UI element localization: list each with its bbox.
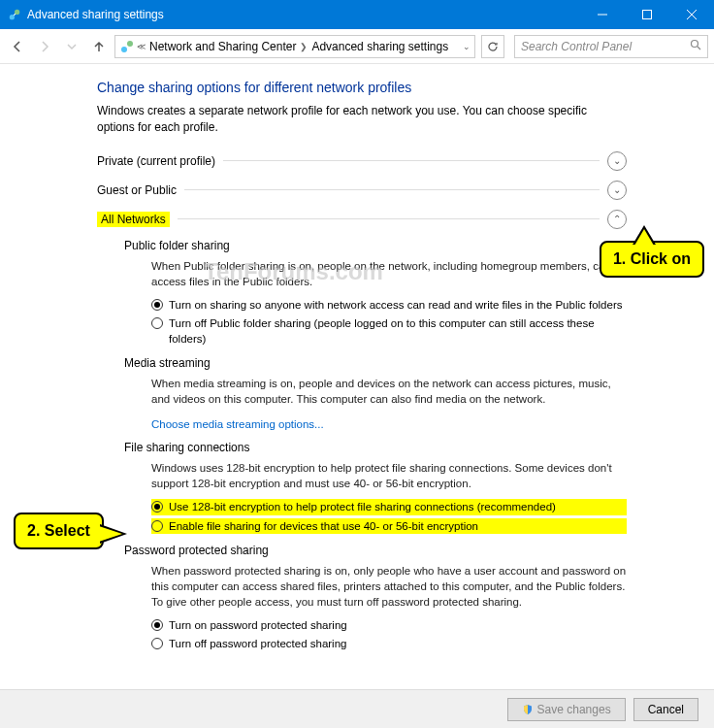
radio-icon — [151, 638, 163, 649]
up-button[interactable] — [87, 35, 111, 58]
footer: Save changes Cancel — [0, 689, 714, 728]
radio-password-on[interactable]: Turn on password protected sharing — [151, 617, 627, 633]
media-options-link[interactable]: Choose media streaming options... — [151, 418, 324, 430]
subsection-public-folder: Public folder sharing When Public folder… — [124, 239, 627, 347]
breadcrumb-item[interactable]: Network and Sharing Center — [147, 40, 298, 53]
subsection-desc: When password protected sharing is on, o… — [151, 563, 627, 610]
maximize-button[interactable] — [625, 0, 669, 29]
search-placeholder: Search Control Panel — [521, 40, 632, 53]
titlebar: Advanced sharing settings — [0, 0, 714, 29]
radio-icon — [151, 619, 163, 631]
subsection-desc: When Public folder sharing is on, people… — [151, 258, 627, 289]
svg-rect-2 — [643, 11, 652, 19]
section-all-networks[interactable]: All Networks ⌃ — [97, 210, 627, 229]
breadcrumb[interactable]: ≪ Network and Sharing Center ❯ Advanced … — [114, 35, 475, 58]
svg-point-3 — [121, 47, 127, 52]
radio-icon — [151, 501, 163, 513]
section-guest[interactable]: Guest or Public ⌄ — [97, 181, 627, 200]
section-label: Private (current profile) — [97, 154, 215, 168]
shield-icon — [522, 704, 534, 715]
navbar: ≪ Network and Sharing Center ❯ Advanced … — [0, 29, 714, 64]
breadcrumb-item[interactable]: Advanced sharing settings — [309, 40, 450, 53]
radio-icon — [151, 317, 163, 329]
chevron-right-icon: ❯ — [300, 42, 308, 51]
window-title: Advanced sharing settings — [27, 8, 580, 21]
subsection-password: Password protected sharing When password… — [124, 544, 627, 651]
network-icon — [119, 39, 135, 54]
refresh-button[interactable] — [481, 35, 504, 58]
cancel-button[interactable]: Cancel — [633, 698, 698, 721]
section-label-highlighted: All Networks — [97, 212, 170, 227]
subsection-title: Media streaming — [124, 356, 627, 370]
radio-icon — [151, 299, 163, 311]
forward-button[interactable] — [33, 35, 56, 58]
page-heading: Change sharing options for different net… — [97, 80, 627, 95]
chevron-down-icon[interactable]: ⌄ — [463, 42, 471, 51]
save-changes-button[interactable]: Save changes — [507, 698, 626, 721]
close-button[interactable] — [669, 0, 714, 29]
subsection-filesharing: File sharing connections Windows uses 12… — [124, 441, 627, 533]
section-label: Guest or Public — [97, 183, 177, 197]
chevron-icon: ≪ — [137, 42, 146, 51]
back-button[interactable] — [6, 35, 29, 58]
search-icon — [690, 39, 701, 53]
page-subtext: Windows creates a separate network profi… — [97, 103, 627, 136]
minimize-button[interactable] — [580, 0, 625, 29]
recent-button[interactable] — [60, 35, 83, 58]
subsection-media: Media streaming When media streaming is … — [124, 356, 627, 431]
svg-point-4 — [127, 41, 133, 47]
radio-public-on[interactable]: Turn on sharing so anyone with network a… — [151, 297, 627, 313]
radio-public-off[interactable]: Turn off Public folder sharing (people l… — [151, 315, 627, 347]
chevron-up-icon[interactable]: ⌃ — [607, 210, 627, 229]
annotation-callout-2: 2. Select — [14, 513, 104, 549]
subsection-desc: Windows uses 128-bit encryption to help … — [151, 460, 627, 491]
radio-icon — [151, 520, 163, 532]
radio-40-56bit[interactable]: Enable file sharing for devices that use… — [151, 518, 627, 534]
svg-point-5 — [692, 41, 698, 48]
subsection-title: Public folder sharing — [124, 239, 627, 252]
content-area: Change sharing options for different net… — [0, 64, 714, 689]
radio-password-off[interactable]: Turn off password protected sharing — [151, 636, 627, 651]
radio-128bit[interactable]: Use 128-bit encryption to help protect f… — [151, 499, 627, 514]
search-input[interactable]: Search Control Panel — [514, 35, 708, 58]
chevron-down-icon[interactable]: ⌄ — [607, 151, 627, 171]
subsection-title: Password protected sharing — [124, 544, 627, 557]
chevron-down-icon[interactable]: ⌄ — [607, 181, 627, 200]
subsection-title: File sharing connections — [124, 441, 627, 454]
annotation-callout-1: 1. Click on — [600, 241, 704, 278]
network-icon — [8, 8, 21, 21]
window-buttons — [580, 0, 714, 29]
section-private[interactable]: Private (current profile) ⌄ — [97, 151, 627, 171]
subsection-desc: When media streaming is on, people and d… — [151, 376, 627, 407]
